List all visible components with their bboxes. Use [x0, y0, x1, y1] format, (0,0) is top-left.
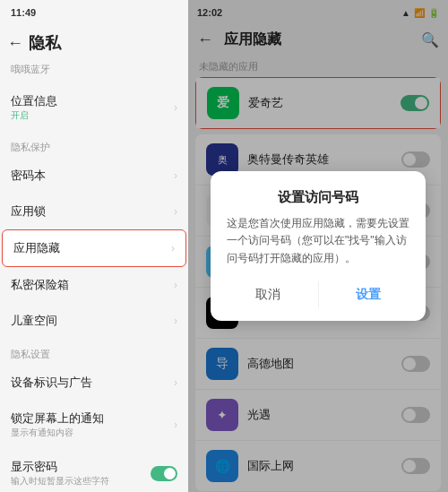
showpass-sub: 输入时短暂显示这些字符	[11, 475, 109, 488]
time-left: 11:49	[11, 7, 36, 18]
showpass-toggle[interactable]	[151, 466, 177, 481]
dialog-box: 设置访问号码 这是您首次使用应用隐藏，需要先设置一个访问号码（您可以在"找号"输…	[211, 171, 426, 321]
back-arrow-left[interactable]: ←	[7, 34, 23, 53]
menu-item-applock[interactable]: 应用锁 ›	[0, 194, 188, 229]
privatevault-chevron: ›	[174, 279, 177, 291]
dialog-overlay: 设置访问号码 这是您首次使用应用隐藏，需要先设置一个访问号码（您可以在"找号"输…	[188, 0, 448, 492]
adid-label: 设备标识与广告	[11, 375, 92, 391]
applock-chevron: ›	[174, 205, 177, 218]
kidsspace-chevron: ›	[174, 315, 177, 327]
dialog-buttons: 取消 设置	[227, 281, 409, 308]
menu-item-password[interactable]: 密码本 ›	[0, 158, 188, 194]
password-chevron: ›	[174, 169, 177, 182]
kidsspace-label: 儿童空间	[11, 313, 57, 329]
adid-chevron: ›	[174, 376, 177, 389]
showpass-label: 显示密码	[11, 459, 109, 475]
locknotify-sub: 显示有通知内容	[11, 427, 104, 439]
status-bar-left: 11:49	[0, 0, 188, 25]
dialog-content: 这是您首次使用应用隐藏，需要先设置一个访问号码（您可以在"找号"输入访问号码打开…	[227, 215, 409, 267]
menu-item-showpass[interactable]: 显示密码 输入时短暂显示这些字符	[0, 449, 188, 492]
menu-item-apphide[interactable]: 应用隐藏 ›	[2, 229, 186, 267]
apphide-chevron: ›	[171, 242, 175, 255]
menu-item-locknotify[interactable]: 锁定屏幕上的通知 显示有通知内容 ›	[0, 401, 188, 449]
left-header: ← 隐私	[0, 25, 188, 61]
menu-item-kidsspace[interactable]: 儿童空间 ›	[0, 303, 188, 339]
location-label: 位置信息	[11, 93, 57, 109]
dialog-button-divider	[318, 281, 319, 308]
locknotify-chevron: ›	[174, 419, 177, 431]
locknotify-label: 锁定屏幕上的通知	[11, 410, 104, 427]
dialog-cancel-button[interactable]: 取消	[227, 281, 309, 308]
right-panel: 12:02 ▲ 📶 🔋 ← 应用隐藏 🔍 未隐藏的应用 爱 爱奇艺 奥 奥特曼传…	[188, 0, 448, 492]
privatevault-label: 私密保险箱	[11, 277, 69, 293]
menu-item-adid[interactable]: 设备标识与广告 ›	[0, 365, 188, 401]
location-chevron: ›	[174, 101, 177, 114]
left-sub-label: 哦哦蓝牙	[0, 61, 188, 83]
privacy-protection-section-title: 隐私保护	[0, 132, 188, 158]
menu-item-privatevault[interactable]: 私密保险箱 ›	[0, 267, 188, 303]
menu-item-location[interactable]: 位置信息 开启 ›	[0, 83, 188, 132]
privacy-settings-section-title: 隐私设置	[0, 339, 188, 365]
dialog-title: 设置访问号码	[227, 189, 409, 206]
left-panel: 11:49 ← 隐私 哦哦蓝牙 位置信息 开启 › 隐私保护 密码本 › 应用锁…	[0, 0, 188, 492]
dialog-confirm-button[interactable]: 设置	[328, 281, 410, 308]
left-menu: 位置信息 开启 › 隐私保护 密码本 › 应用锁 › 应用隐藏 › 私密保险箱 …	[0, 83, 188, 492]
password-label: 密码本	[11, 168, 46, 184]
location-sub: 开启	[11, 109, 57, 122]
applock-label: 应用锁	[11, 203, 46, 220]
left-page-title: 隐私	[29, 32, 61, 54]
apphide-label: 应用隐藏	[13, 240, 60, 256]
